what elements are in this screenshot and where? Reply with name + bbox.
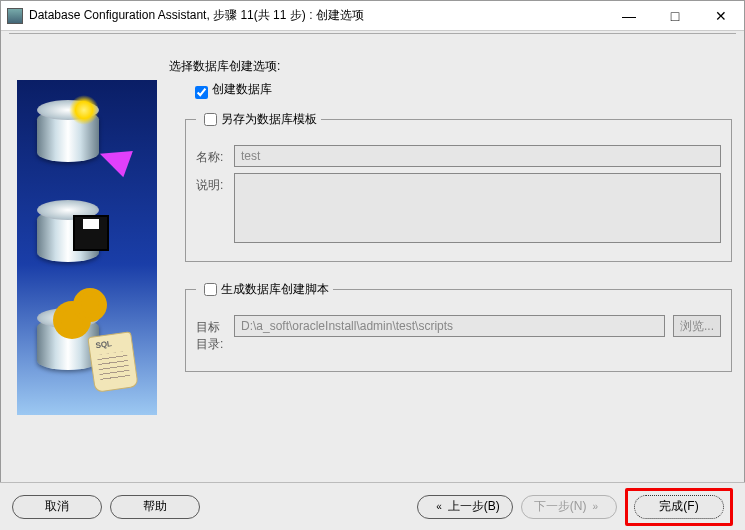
template-name-label: 名称: <box>196 145 234 166</box>
window-title: Database Configuration Assistant, 步骤 11(… <box>29 7 606 24</box>
create-db-checkbox[interactable] <box>195 86 208 99</box>
content-area: 选择数据库创建选项: 创建数据库 另存为数据库模板 名称: 说明: 生成数据库创… <box>1 40 744 470</box>
browse-button: 浏览... <box>673 315 721 337</box>
next-button-label: 下一步(N) <box>534 498 587 515</box>
minimize-button[interactable]: — <box>606 1 652 31</box>
save-template-checkbox[interactable] <box>204 113 217 126</box>
cancel-button[interactable]: 取消 <box>12 495 102 519</box>
close-button[interactable]: ✕ <box>698 1 744 31</box>
gen-scripts-legend: 生成数据库创建脚本 <box>196 280 333 299</box>
back-button[interactable]: «上一步(B) <box>417 495 513 519</box>
save-template-fieldset: 另存为数据库模板 名称: 说明: <box>185 110 732 262</box>
chevron-right-icon: » <box>592 501 598 512</box>
titlebar: Database Configuration Assistant, 步骤 11(… <box>1 1 744 31</box>
options-heading: 选择数据库创建选项: <box>169 58 732 75</box>
save-template-legend-label: 另存为数据库模板 <box>221 111 317 128</box>
scripts-dir-input <box>234 315 665 337</box>
next-button: 下一步(N)» <box>521 495 617 519</box>
template-desc-textarea <box>234 173 721 243</box>
template-name-input <box>234 145 721 167</box>
footer: 取消 帮助 «上一步(B) 下一步(N)» 完成(F) <box>0 482 745 530</box>
save-template-legend: 另存为数据库模板 <box>196 110 321 129</box>
maximize-button[interactable]: □ <box>652 1 698 31</box>
help-button[interactable]: 帮助 <box>110 495 200 519</box>
scripts-dir-label: 目标 目录: <box>196 315 234 353</box>
create-db-label: 创建数据库 <box>212 81 272 98</box>
finish-button[interactable]: 完成(F) <box>634 495 724 519</box>
back-button-label: 上一步(B) <box>448 498 500 515</box>
create-db-row: 创建数据库 <box>191 81 732 100</box>
scripts-dir-field: 目标 目录: 浏览... <box>196 315 721 353</box>
finish-button-label: 完成(F) <box>659 498 698 515</box>
wizard-illustration <box>17 80 157 415</box>
finish-highlight: 完成(F) <box>625 488 733 526</box>
template-desc-field: 说明: <box>196 173 721 243</box>
template-desc-label: 说明: <box>196 173 234 194</box>
gen-scripts-legend-label: 生成数据库创建脚本 <box>221 281 329 298</box>
gen-scripts-checkbox[interactable] <box>204 283 217 296</box>
template-name-field: 名称: <box>196 145 721 167</box>
chevron-left-icon: « <box>436 501 442 512</box>
titlebar-divider <box>9 33 736 34</box>
app-icon <box>7 8 23 24</box>
gen-scripts-fieldset: 生成数据库创建脚本 目标 目录: 浏览... <box>185 280 732 372</box>
options-panel: 选择数据库创建选项: 创建数据库 另存为数据库模板 名称: 说明: 生成数据库创… <box>169 50 732 458</box>
